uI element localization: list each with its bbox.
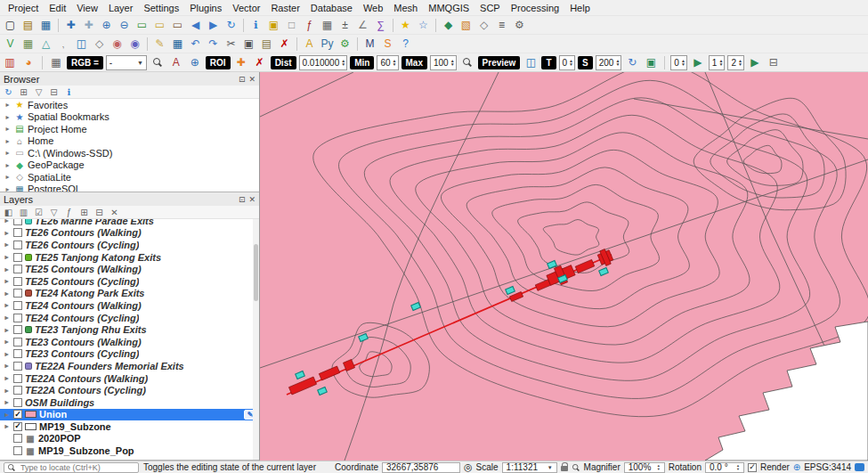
menu-project[interactable]: Project: [3, 2, 44, 14]
expand-arrow-icon[interactable]: ▸: [3, 314, 11, 322]
add-delimited-text-layer-icon[interactable]: ﹐: [55, 36, 72, 53]
lock-scale-icon[interactable]: [561, 466, 568, 471]
add-mesh-layer-icon[interactable]: △: [37, 36, 54, 53]
add-group-icon[interactable]: ▥: [17, 206, 30, 218]
layer-visibility-checkbox[interactable]: [13, 434, 22, 443]
menu-database[interactable]: Database: [305, 2, 358, 14]
layer-row-te22a-contours-cycling[interactable]: ▸TE22A Contours (Cycling): [0, 384, 259, 396]
layer-row-te24-katong-park-exits[interactable]: ▸TE24 Katong Park Exits: [0, 288, 259, 300]
expand-arrow-icon[interactable]: ▸: [3, 253, 11, 261]
menu-help[interactable]: Help: [564, 2, 596, 14]
expand-arrow-icon[interactable]: ▸: [3, 265, 11, 273]
spin-arrows-icon[interactable]: ▲▼: [615, 59, 620, 66]
expand-arrow-icon[interactable]: ▸: [3, 411, 11, 419]
expand-arrow-icon[interactable]: ▸: [4, 173, 12, 181]
expand-arrow-icon[interactable]: ▸: [3, 301, 11, 309]
zoom-next-icon[interactable]: ▶: [205, 17, 222, 34]
layer-row-2020pop[interactable]: ▦2020POP: [0, 433, 259, 445]
roi-pointer-icon[interactable]: ✚: [233, 54, 249, 70]
expand-arrow-icon[interactable]: ▸: [3, 387, 11, 395]
s-spinbox[interactable]: 200▲▼: [596, 55, 622, 70]
layer-visibility-checkbox[interactable]: [13, 228, 22, 237]
browser-item-project-home[interactable]: ▸▤Project Home: [0, 123, 259, 135]
scrollbar-thumb[interactable]: [254, 244, 258, 301]
expand-arrow-icon[interactable]: ▸: [3, 277, 11, 285]
rotation-spinbox[interactable]: 0.0 °▲▼: [705, 462, 744, 473]
extents-toggle-icon[interactable]: ◎: [464, 461, 473, 473]
delete-roi-icon[interactable]: ✗: [252, 54, 268, 70]
refresh-map-icon[interactable]: ↻: [223, 17, 239, 34]
expand-arrow-icon[interactable]: ▸: [4, 113, 12, 121]
float-panel-icon[interactable]: ⊡: [239, 75, 246, 84]
show-bookmarks-icon[interactable]: ☆: [415, 17, 432, 34]
max-spinbox[interactable]: 100▲▼: [430, 55, 457, 70]
add-spatialite-layer-icon[interactable]: ◇: [91, 36, 108, 53]
class3-spinbox[interactable]: 2▲▼: [727, 55, 744, 70]
expand-arrow-icon[interactable]: ▸: [4, 161, 12, 169]
spin-arrows-icon[interactable]: ▲▼: [681, 59, 685, 66]
layer-visibility-checkbox[interactable]: [13, 265, 22, 273]
python-console-icon[interactable]: Py: [319, 36, 336, 53]
layer-visibility-checkbox[interactable]: [13, 410, 22, 419]
remove-layer-icon[interactable]: ✕: [108, 206, 121, 218]
layer-visibility-checkbox[interactable]: [13, 253, 22, 262]
spin-arrows-icon[interactable]: ▲▼: [718, 59, 723, 66]
t-spinbox[interactable]: 0▲▼: [559, 55, 576, 70]
zoom-full-icon[interactable]: ▭: [134, 17, 150, 34]
scp-dock-icon[interactable]: ◕: [20, 54, 37, 70]
expand-arrow-icon[interactable]: ▸: [3, 219, 11, 224]
add-wms-layer-icon[interactable]: ◉: [109, 36, 126, 53]
layer-labeling-icon[interactable]: A: [301, 36, 318, 53]
browser-item-geopackage[interactable]: ▸◆GeoPackage: [0, 159, 259, 172]
field-calculator-icon[interactable]: ±: [337, 17, 353, 34]
map-canvas[interactable]: [260, 72, 868, 461]
toggle-editing-icon[interactable]: ✎: [151, 36, 168, 53]
new-geopackage-layer-icon[interactable]: ◆: [440, 17, 457, 34]
save-project-icon[interactable]: ▦: [37, 17, 54, 34]
layer-visibility-checkbox[interactable]: [13, 374, 22, 383]
expand-arrow-icon[interactable]: ▸: [4, 125, 12, 133]
menu-edit[interactable]: Edit: [44, 2, 71, 14]
spin-arrows-icon[interactable]: ▲▼: [450, 59, 455, 66]
remove-temporary-icon[interactable]: ⊟: [766, 54, 782, 70]
rgb-combobox[interactable]: -▼: [106, 55, 147, 70]
spin-arrows-icon[interactable]: ▲▼: [738, 59, 742, 66]
measure-line-icon[interactable]: ∠: [354, 17, 371, 34]
data-source-manager-icon[interactable]: ≡: [493, 17, 510, 34]
preview-pointer-icon[interactable]: ◫: [523, 54, 539, 70]
class2-spinbox[interactable]: 1▲▼: [709, 55, 726, 70]
layer-row-te25-contours-walking[interactable]: ▸TE25 Contours (Walking): [0, 263, 259, 275]
locate-input[interactable]: [19, 462, 134, 473]
layer-visibility-checkbox[interactable]: [13, 338, 22, 347]
dist-spinbox[interactable]: 0.010000▲▼: [299, 55, 348, 70]
pan-map-icon[interactable]: ✚: [62, 17, 79, 34]
save-layer-edits-icon[interactable]: ▦: [169, 36, 186, 53]
layer-visibility-checkbox[interactable]: [13, 362, 22, 371]
select-features-icon[interactable]: ▣: [265, 17, 282, 34]
layer-row-te23-contours-walking[interactable]: ▸TE23 Contours (Walking): [0, 336, 259, 348]
layer-row-te26-contours-walking[interactable]: ▸TE26 Contours (Walking): [0, 227, 259, 240]
browser-item-favorites[interactable]: ▸★Favorites: [0, 99, 259, 111]
render-checkbox[interactable]: [748, 463, 757, 472]
layer-visibility-checkbox[interactable]: [13, 398, 22, 407]
filter-legend-icon[interactable]: ▽: [47, 206, 61, 218]
zoom-to-layer-icon[interactable]: ▭: [169, 17, 186, 34]
layer-row-te26-contours-cycling[interactable]: ▸TE26 Contours (Cycling): [0, 239, 259, 251]
copy-features-icon[interactable]: ▣: [240, 36, 257, 53]
new-project-icon[interactable]: ▢: [2, 17, 19, 34]
deselect-features-icon[interactable]: □: [283, 17, 300, 34]
zoom-to-roi-icon[interactable]: ⊕: [187, 54, 203, 70]
expand-arrow-icon[interactable]: ▸: [3, 290, 11, 298]
statistical-summary-icon[interactable]: ∑: [372, 17, 389, 34]
browser-item-postgresql[interactable]: ▸▦PostgreSQL: [0, 183, 259, 192]
menu-processing[interactable]: Processing: [506, 2, 564, 14]
layer-row-te25-contours-cycling[interactable]: ▸TE25 Contours (Cycling): [0, 275, 259, 288]
new-shapefile-layer-icon[interactable]: ▧: [458, 17, 475, 34]
float-panel-icon[interactable]: ⊡: [239, 195, 246, 204]
zoom-out-icon[interactable]: ⊖: [116, 17, 133, 34]
redo-preview-icon[interactable]: ↻: [624, 54, 640, 70]
layer-visibility-checkbox[interactable]: [13, 349, 22, 358]
add-wfs-layer-icon[interactable]: ◉: [126, 36, 143, 53]
help-contents-icon[interactable]: ?: [397, 36, 414, 53]
expand-arrow-icon[interactable]: ▸: [3, 362, 11, 370]
